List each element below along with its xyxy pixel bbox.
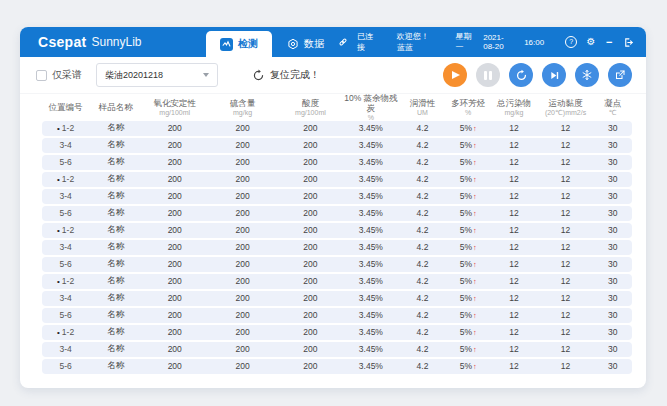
tab-detect[interactable]: 检测	[206, 31, 272, 57]
cell-sulfur: 200	[207, 174, 278, 184]
cell-sample-name: 名称	[89, 360, 142, 372]
skip-next-button[interactable]	[542, 63, 566, 87]
sample-type-select[interactable]: 柴油20201218	[96, 63, 218, 87]
cell-sample-name: 名称	[89, 309, 142, 321]
app-logo: Csepat SunnyLib	[20, 27, 206, 57]
play-button[interactable]	[443, 63, 467, 87]
cell-contaminants: 12	[490, 327, 537, 337]
settings-gear-icon[interactable]: ⚙	[586, 36, 595, 48]
table-row[interactable]: 3-4名称2002002003.45%4.25%↑121230	[42, 138, 632, 153]
cell-contaminants: 12	[490, 174, 537, 184]
cell-freezing: 30	[594, 157, 632, 167]
cell-lubricity: 4.2	[399, 310, 446, 320]
column-header-1: 样品名称	[89, 103, 142, 113]
cell-contaminants: 12	[490, 123, 537, 133]
cell-freezing: 30	[594, 276, 632, 286]
table-row[interactable]: 5-6名称2002002003.45%4.25%↑121230	[42, 206, 632, 221]
over-limit-arrow-icon: ↑	[473, 328, 477, 337]
cell-pah: 5%↑	[446, 361, 490, 371]
table-row[interactable]: •1-2名称2002002003.45%4.25%↑121230	[42, 172, 632, 187]
cell-oxidation: 200	[142, 191, 207, 201]
cell-lubricity: 4.2	[399, 344, 446, 354]
cell-sulfur: 200	[207, 191, 278, 201]
spectrum-only-checkbox[interactable]	[36, 70, 47, 81]
table-row[interactable]: 3-4名称2002002003.45%4.25%↑121230	[42, 291, 632, 306]
cell-residue: 3.45%	[343, 191, 399, 201]
cell-viscosity: 12	[538, 242, 594, 252]
table-row[interactable]: 3-4名称2002002003.45%4.25%↑121230	[42, 342, 632, 357]
over-limit-arrow-icon: ↑	[473, 243, 477, 252]
link-icon	[338, 36, 348, 48]
cell-sulfur: 200	[207, 361, 278, 371]
cell-acidity: 200	[278, 140, 343, 150]
cell-acidity: 200	[278, 123, 343, 133]
column-header-8: 总污染物mg/kg	[490, 99, 537, 117]
play-icon	[450, 71, 460, 79]
over-limit-arrow-icon: ↑	[473, 345, 477, 354]
cell-freezing: 30	[594, 225, 632, 235]
active-row-bullet: •	[57, 226, 60, 235]
cell-oxidation: 200	[142, 174, 207, 184]
cell-contaminants: 12	[490, 157, 537, 167]
table-row[interactable]: 5-6名称2002002003.45%4.25%↑121230	[42, 308, 632, 323]
cell-sample-name: 名称	[89, 122, 142, 134]
cell-oxidation: 200	[142, 276, 207, 286]
over-limit-arrow-icon: ↑	[473, 124, 477, 133]
cell-pah: 5%↑	[446, 293, 490, 303]
table-row[interactable]: 3-4名称2002002003.45%4.25%↑121230	[42, 189, 632, 204]
freeze-button[interactable]	[575, 63, 599, 87]
over-limit-arrow-icon: ↑	[473, 277, 477, 286]
cell-position: •1-2	[42, 276, 89, 286]
table-row[interactable]: 5-6名称2002002003.45%4.25%↑121230	[42, 257, 632, 272]
cell-freezing: 30	[594, 191, 632, 201]
cell-freezing: 30	[594, 123, 632, 133]
cell-oxidation: 200	[142, 123, 207, 133]
pause-icon	[484, 71, 492, 80]
cell-lubricity: 4.2	[399, 140, 446, 150]
cell-position: 3-4	[42, 242, 89, 252]
cell-position: 3-4	[42, 140, 89, 150]
minimize-icon[interactable]: −	[605, 36, 614, 48]
export-button[interactable]	[608, 63, 632, 87]
cell-residue: 3.45%	[343, 276, 399, 286]
cell-freezing: 30	[594, 208, 632, 218]
cell-sample-name: 名称	[89, 241, 142, 253]
cell-freezing: 30	[594, 310, 632, 320]
weekday-label: 星期一	[455, 31, 474, 53]
cell-lubricity: 4.2	[399, 157, 446, 167]
cell-contaminants: 12	[490, 242, 537, 252]
table-row[interactable]: 3-4名称2002002003.45%4.25%↑121230	[42, 240, 632, 255]
cell-freezing: 30	[594, 259, 632, 269]
table-row[interactable]: •1-2名称2002002003.45%4.25%↑121230	[42, 121, 632, 136]
cell-residue: 3.45%	[343, 361, 399, 371]
exit-icon[interactable]	[623, 36, 634, 48]
cell-oxidation: 200	[142, 225, 207, 235]
tab-data[interactable]: 数据	[272, 31, 338, 57]
help-icon[interactable]: ?	[565, 36, 577, 48]
table-row[interactable]: •1-2名称2002002003.45%4.25%↑121230	[42, 274, 632, 289]
sync-button[interactable]	[509, 63, 533, 87]
cell-pah: 5%↑	[446, 259, 490, 269]
cell-sulfur: 200	[207, 310, 278, 320]
over-limit-arrow-icon: ↑	[473, 311, 477, 320]
cell-contaminants: 12	[490, 208, 537, 218]
cell-viscosity: 12	[538, 208, 594, 218]
cell-contaminants: 12	[490, 361, 537, 371]
table-row[interactable]: •1-2名称2002002003.45%4.25%↑121230	[42, 325, 632, 340]
export-icon	[614, 69, 626, 81]
cell-acidity: 200	[278, 276, 343, 286]
cell-position: 5-6	[42, 310, 89, 320]
cell-residue: 3.45%	[343, 157, 399, 167]
over-limit-arrow-icon: ↑	[473, 294, 477, 303]
cell-viscosity: 12	[538, 157, 594, 167]
reset-status-group[interactable]: 复位完成！	[252, 68, 320, 82]
cell-viscosity: 12	[538, 344, 594, 354]
over-limit-arrow-icon: ↑	[473, 260, 477, 269]
cell-sample-name: 名称	[89, 258, 142, 270]
table-row[interactable]: 5-6名称2002002003.45%4.25%↑121230	[42, 359, 632, 374]
cell-acidity: 200	[278, 174, 343, 184]
table-row[interactable]: 5-6名称2002002003.45%4.25%↑121230	[42, 155, 632, 170]
cell-sulfur: 200	[207, 344, 278, 354]
cell-pah: 5%↑	[446, 276, 490, 286]
table-row[interactable]: •1-2名称2002002003.45%4.25%↑121230	[42, 223, 632, 238]
